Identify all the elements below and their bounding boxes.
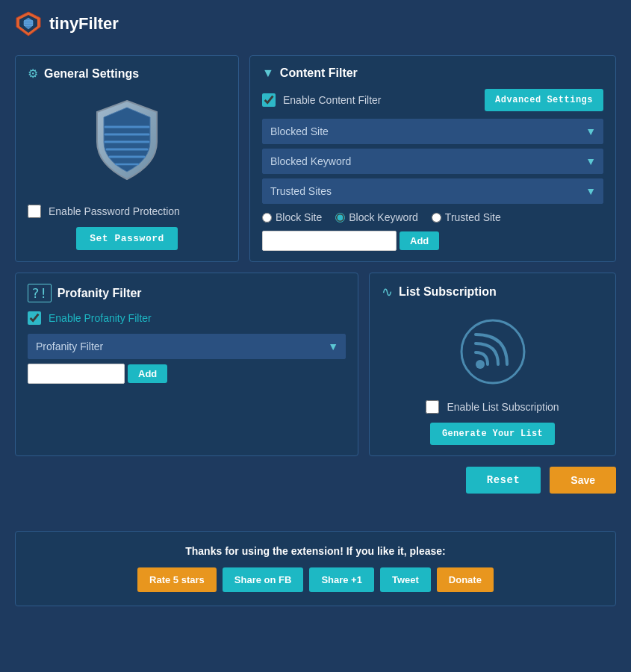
profanity-filter-title: Profanity Filter [57, 287, 142, 300]
set-password-button[interactable]: Set Password [76, 227, 178, 250]
enable-profanity-checkbox[interactable] [28, 311, 41, 325]
rss-graphic [459, 318, 526, 385]
enable-list-sub-label: Enable List Subscription [447, 401, 559, 413]
rss-icon: ∿ [382, 284, 393, 300]
block-keyword-radio-item[interactable]: Block Keyword [335, 211, 418, 223]
header: tinyFilter [0, 0, 631, 48]
trusted-sites-dropdown-row: Trusted Sites ▼ [262, 178, 603, 204]
filter-dropdowns: Blocked Site ▼ Blocked Keyword ▼ Trusted… [262, 119, 603, 204]
svg-point-11 [461, 320, 524, 383]
enable-profanity-row: Enable Profanity Filter [28, 311, 346, 325]
profanity-filter-panel: ?! Profanity Filter Enable Profanity Fil… [15, 273, 358, 456]
list-subscription-panel: ∿ List Subscription Ena [369, 273, 616, 456]
filter-icon: ▼ [262, 66, 274, 80]
bottom-row: ?! Profanity Filter Enable Profanity Fil… [15, 273, 616, 456]
block-keyword-radio[interactable] [335, 213, 345, 223]
blocked-site-dropdown-row: Blocked Site ▼ [262, 119, 603, 144]
list-sub-center: Enable List Subscription Generate Your L… [382, 309, 603, 445]
profanity-input-row: Add [28, 364, 346, 384]
list-subscription-title: List Subscription [399, 285, 497, 299]
enable-list-sub-row: Enable List Subscription [382, 400, 603, 414]
save-button[interactable]: Save [550, 467, 616, 494]
blocked-site-select[interactable]: Blocked Site [262, 119, 603, 144]
footer-banner: Thanks for using the extension! If you l… [15, 531, 616, 606]
password-protection-row: Enable Password Protection [28, 205, 226, 218]
list-subscription-header: ∿ List Subscription [382, 284, 603, 300]
content-filter-input-row: Add [262, 231, 603, 251]
app-title: tinyFilter [49, 14, 119, 34]
enable-content-filter-row: Enable Content Filter [262, 93, 382, 107]
content-filter-add-button[interactable]: Add [400, 231, 439, 250]
password-protection-label: Enable Password Protection [49, 205, 180, 217]
share-fb-button[interactable]: Share on FB [223, 567, 304, 592]
footer-message: Thanks for using the extension! If you l… [31, 545, 600, 557]
enable-content-filter-label: Enable Content Filter [283, 94, 382, 106]
profanity-select[interactable]: Profanity Filter [28, 334, 346, 359]
general-settings-header: ⚙ General Settings [28, 66, 226, 81]
content-filter-title: Content Filter [280, 66, 358, 80]
block-site-radio-item[interactable]: Block Site [262, 211, 322, 223]
gear-icon: ⚙ [28, 66, 38, 81]
rate-stars-button[interactable]: Rate 5 stars [137, 567, 217, 592]
cf-header-row: Enable Content Filter Advanced Settings [262, 89, 603, 111]
action-buttons-row: Reset Save [15, 467, 616, 494]
share-plus1-button[interactable]: Share +1 [309, 567, 374, 592]
profanity-add-button[interactable]: Add [128, 364, 167, 383]
content-filter-input[interactable] [262, 231, 397, 251]
main-content: ⚙ General Settings [0, 48, 631, 523]
content-filter-header: ▼ Content Filter [262, 66, 603, 80]
reset-button[interactable]: Reset [466, 467, 541, 494]
profanity-icon: ?! [28, 284, 52, 302]
block-site-radio[interactable] [262, 213, 272, 223]
trusted-site-radio-item[interactable]: Trusted Site [432, 211, 501, 223]
top-row: ⚙ General Settings [15, 55, 616, 262]
enable-list-sub-checkbox[interactable] [426, 400, 439, 414]
tweet-button[interactable]: Tweet [380, 567, 431, 592]
generate-list-button[interactable]: Generate Your List [430, 423, 555, 445]
content-filter-panel: ▼ Content Filter Enable Content Filter A… [249, 55, 616, 262]
trusted-sites-select[interactable]: Trusted Sites [262, 178, 603, 204]
profanity-input[interactable] [28, 364, 125, 384]
donate-button[interactable]: Donate [437, 567, 494, 592]
enable-profanity-label: Enable Profanity Filter [49, 312, 152, 324]
general-settings-panel: ⚙ General Settings [15, 55, 239, 262]
block-site-label: Block Site [276, 211, 322, 223]
shield-icon [86, 97, 168, 187]
enable-password-checkbox[interactable] [28, 205, 41, 218]
svg-point-12 [476, 360, 485, 369]
profanity-dropdown-row: Profanity Filter ▼ [28, 334, 346, 359]
blocked-keyword-select[interactable]: Blocked Keyword [262, 149, 603, 174]
advanced-settings-button[interactable]: Advanced Settings [485, 89, 603, 111]
filter-radio-group: Block Site Block Keyword Trusted Site [262, 211, 603, 223]
shield-container [86, 97, 168, 190]
trusted-site-label: Trusted Site [445, 211, 501, 223]
enable-content-filter-checkbox[interactable] [262, 93, 276, 107]
rss-icon-container [459, 318, 526, 388]
app-logo [15, 10, 42, 37]
blocked-keyword-dropdown-row: Blocked Keyword ▼ [262, 149, 603, 174]
trusted-site-radio[interactable] [432, 213, 441, 223]
profanity-filter-header: ?! Profanity Filter [28, 284, 346, 302]
general-settings-title: General Settings [44, 67, 139, 81]
footer-buttons: Rate 5 stars Share on FB Share +1 Tweet … [31, 567, 600, 592]
block-keyword-label: Block Keyword [349, 211, 418, 223]
